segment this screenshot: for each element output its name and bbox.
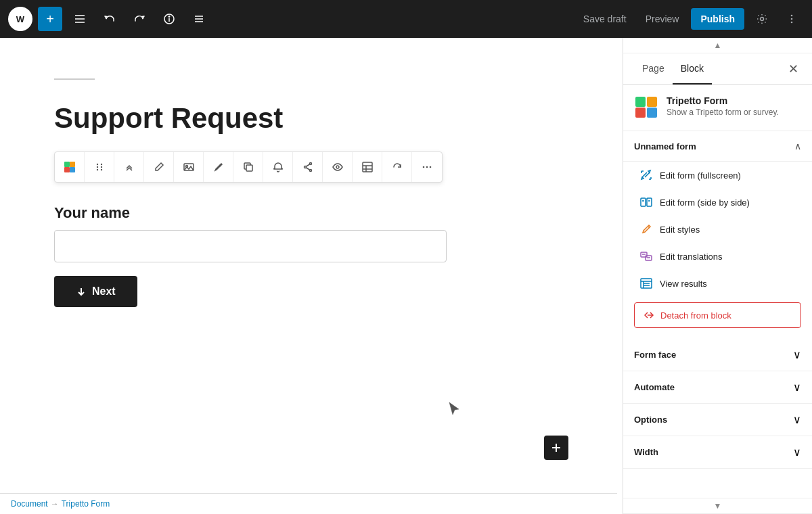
editor-area: Support Request [0,38,623,514]
notification-button[interactable] [263,152,293,182]
more-block-options[interactable] [412,152,442,182]
svg-point-11 [791,22,793,24]
svg-point-19 [100,166,102,168]
form-face-chevron: ∨ [793,348,801,361]
edit-form-sidebyside[interactable]: Edit form (side by side) [623,189,812,216]
document-overview-button[interactable] [187,7,211,31]
svg-point-38 [430,166,432,168]
add-block-floating-button[interactable] [544,436,568,460]
plugin-name-label: Tripetto Form [667,95,779,106]
toolbar-right: Save draft Preview Publish [577,7,804,31]
sidebar-close-button[interactable]: ✕ [786,59,801,79]
svg-point-26 [309,163,311,165]
preview-button[interactable]: Preview [639,8,686,30]
breadcrumb-document[interactable]: Document [11,499,48,509]
detach-label: Detach from block [660,310,731,321]
pencil-button[interactable] [144,152,174,182]
svg-rect-12 [64,167,70,172]
svg-point-36 [423,166,425,168]
add-block-toolbar-button[interactable]: + [38,7,62,31]
options-header[interactable]: Options ∨ [623,404,812,436]
main-layout: Support Request [0,38,812,514]
width-section: Width ∨ [623,436,812,469]
right-sidebar: ▲ Page Block ✕ Tripetto Form Show a Trip… [623,38,812,514]
svg-rect-42 [635,108,646,118]
redo-button[interactable] [127,7,152,31]
info-button[interactable] [157,7,181,31]
breadcrumb-tripetto-form[interactable]: Tripetto Form [62,499,110,509]
tools-button[interactable] [68,7,92,31]
drag-handle[interactable] [85,152,114,182]
svg-rect-25 [246,165,252,171]
form-face-header[interactable]: Form face ∨ [623,339,812,371]
svg-point-4 [168,16,169,17]
more-options-button[interactable] [780,7,804,31]
svg-point-16 [96,164,97,165]
svg-rect-47 [647,198,652,206]
form-content: Your name Next [54,204,568,307]
edit-fullscreen-label: Edit form (fullscreen) [660,170,741,181]
settings-button[interactable] [750,7,774,31]
cursor [448,401,460,419]
svg-rect-15 [70,162,75,167]
svg-rect-45 [647,97,657,107]
view-results-label: View results [660,279,707,289]
unnamed-form-title: Unnamed form [634,141,696,151]
automate-title: Automate [634,382,675,392]
move-up-button[interactable] [114,152,144,182]
top-toolbar: W + Save dra [0,0,812,38]
svg-point-37 [426,166,428,168]
edit-translations[interactable]: Edit translations [623,243,812,270]
svg-rect-14 [64,162,70,167]
sidebar-tabs: Page Block ✕ [623,53,812,85]
svg-point-28 [309,170,311,172]
copy-button[interactable] [233,152,263,182]
form-face-title: Form face [634,350,676,360]
width-header[interactable]: Width ∨ [623,436,812,468]
svg-point-20 [96,169,97,170]
view-results-icon [639,277,653,290]
edit-fullscreen-icon [639,168,653,182]
svg-point-31 [336,166,339,168]
refresh-button[interactable] [382,152,412,182]
svg-point-10 [791,18,793,20]
preview-eye-button[interactable] [323,152,353,182]
tab-block[interactable]: Block [673,53,712,85]
svg-point-27 [304,166,306,168]
form-name-input[interactable] [54,230,447,262]
table-button[interactable] [353,152,382,182]
form-field-label: Your name [54,204,568,222]
next-button[interactable]: Next [54,276,137,307]
block-icon-button[interactable] [55,152,85,182]
save-draft-button[interactable]: Save draft [577,8,633,30]
svg-point-17 [100,164,102,165]
share-button[interactable] [293,152,323,182]
publish-button[interactable]: Publish [691,8,744,30]
scroll-down-arrow[interactable]: ▼ [623,498,812,514]
automate-chevron: ∨ [793,381,801,394]
scroll-up-arrow[interactable]: ▲ [623,38,812,53]
svg-rect-44 [635,97,646,107]
svg-point-9 [791,15,793,17]
plugin-info: Tripetto Form Show a Tripetto form or su… [623,85,812,131]
edit-styles[interactable]: Edit styles [623,216,812,243]
image-button[interactable] [174,152,204,182]
edit-styles-label: Edit styles [660,225,700,235]
view-results[interactable]: View results [623,270,812,297]
edit-form-fullscreen[interactable]: Edit form (fullscreen) [623,162,812,189]
edit-styles-icon [639,223,653,236]
width-title: Width [634,447,658,457]
edit-translations-label: Edit translations [660,252,723,262]
wp-logo-button[interactable]: W [8,7,32,31]
detach-from-block-button[interactable]: Detach from block [634,302,801,328]
svg-rect-32 [363,162,372,172]
eyedropper-button[interactable] [204,152,233,182]
undo-button[interactable] [97,7,122,31]
automate-header[interactable]: Automate ∨ [623,371,812,403]
plugin-desc-label: Show a Tripetto form or survey. [667,108,779,117]
post-title: Support Request [54,101,568,135]
tab-page[interactable]: Page [634,53,673,85]
unnamed-form-section[interactable]: Unnamed form ∧ [623,131,812,162]
svg-line-29 [306,164,309,166]
svg-point-18 [96,166,97,168]
